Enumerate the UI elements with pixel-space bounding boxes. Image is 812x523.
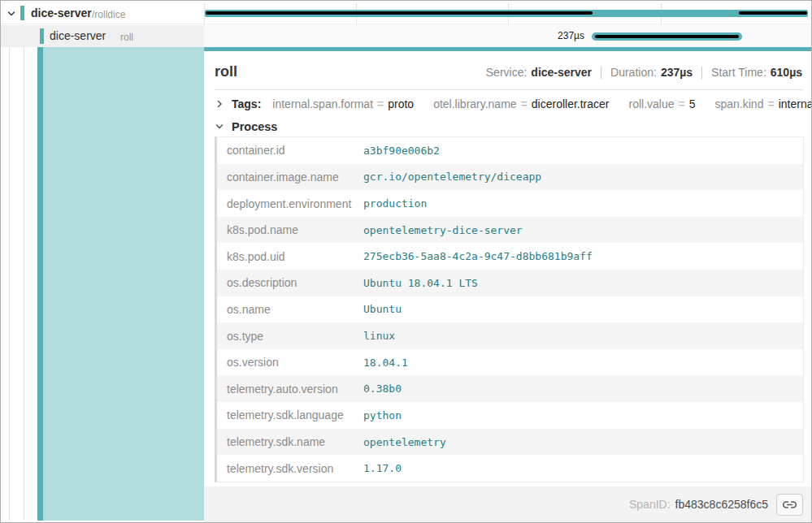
- process-table: container.ida3bf90e006b2 container.image…: [215, 136, 804, 482]
- detail-accent-bar: [37, 47, 43, 521]
- table-row: deployment.environmentproduction: [217, 190, 803, 217]
- process-key: container.image.name: [217, 171, 363, 184]
- tags-label: Tags:: [232, 97, 261, 110]
- table-row: os.typelinux: [217, 322, 803, 349]
- process-value: 0.38b0: [363, 383, 402, 395]
- tag-key: roll.value: [629, 97, 675, 110]
- operation-name: /rolldice: [92, 9, 125, 20]
- process-key: telemetry.sdk.name: [217, 435, 363, 448]
- process-value: 1.17.0: [363, 462, 402, 474]
- duration-label: Duration:: [610, 66, 657, 79]
- service-name: dice-server: [31, 6, 92, 19]
- process-value: production: [363, 197, 427, 210]
- meta-divider: [601, 67, 601, 79]
- span-color-bar: [20, 6, 24, 20]
- meta-divider: [701, 67, 702, 79]
- table-row: telemetry.sdk.nameopentelemetry: [217, 429, 803, 456]
- copy-link-button[interactable]: [776, 494, 803, 516]
- table-row: telemetry.sdk.version1.17.0: [217, 455, 803, 482]
- process-value: gcr.io/opentelemetry/diceapp: [363, 171, 541, 183]
- tag-key: otel.library.name: [433, 97, 516, 110]
- chevron-right-icon[interactable]: [215, 99, 224, 109]
- span-duration-label: 237µs: [204, 30, 584, 41]
- table-row: container.image.namegcr.io/opentelemetry…: [217, 164, 803, 191]
- table-row: telemetry.sdk.languagepython: [217, 402, 803, 429]
- process-value: linux: [363, 330, 395, 342]
- span-bar-rolldice[interactable]: [205, 10, 808, 17]
- span-detail-card: roll Service: dice-server Duration: 237µ…: [204, 47, 811, 522]
- span-title: roll: [215, 63, 237, 80]
- tag-equals: =: [767, 97, 774, 110]
- start-time-label: Start Time:: [711, 66, 766, 79]
- service-name: dice-server: [50, 29, 106, 42]
- self-time-segment: [206, 11, 593, 15]
- operation-name: roll: [120, 32, 133, 43]
- tag-value: internal: [779, 97, 812, 110]
- chevron-down-icon[interactable]: [7, 9, 16, 19]
- tag-equals: =: [521, 97, 528, 110]
- process-key: os.description: [217, 276, 363, 289]
- span-row-roll[interactable]: dice-server roll 237µs: [1, 25, 811, 47]
- trace-detail-window: dice-server /rolldice dice-server roll 2…: [0, 0, 812, 523]
- process-value: a3bf90e006b2: [363, 145, 440, 157]
- span-detail-area: roll Service: dice-server Duration: 237µ…: [1, 47, 811, 522]
- table-row: os.descriptionUbuntu 18.04.1 LTS: [217, 270, 803, 296]
- self-time-segment: [739, 11, 807, 15]
- self-time-segment: [595, 35, 739, 38]
- tag-key: span.kind: [715, 97, 764, 110]
- process-value: python: [363, 409, 402, 421]
- link-icon: [783, 498, 797, 512]
- process-key: telemetry.sdk.version: [217, 462, 363, 475]
- process-value: opentelemetry: [363, 436, 446, 448]
- span-row-rolldice[interactable]: dice-server /rolldice: [1, 3, 811, 24]
- tags-accordion[interactable]: Tags: internal.span.format = proto otel.…: [204, 90, 811, 118]
- detail-accent-fill: [43, 47, 204, 521]
- process-key: os.version: [217, 356, 363, 369]
- process-value: Ubuntu 18.04.1 LTS: [363, 277, 478, 289]
- process-value: 18.04.1: [363, 357, 408, 369]
- process-value: 275ecb36-5aa8-4c2a-9c47-d8bb681b9aff: [363, 250, 593, 262]
- tag-equals: =: [679, 97, 685, 110]
- tag-value: diceroller.tracer: [532, 97, 610, 110]
- indent-guide: [24, 47, 24, 521]
- span-name-column[interactable]: dice-server /rolldice: [1, 3, 204, 24]
- tag-value: 5: [689, 97, 696, 110]
- span-meta: Service: dice-server Duration: 237µs Sta…: [486, 66, 802, 79]
- table-row: k8s.pod.nameopentelemetry-dice-server: [217, 217, 803, 244]
- span-color-bar: [40, 28, 44, 44]
- table-row: container.ida3bf90e006b2: [217, 137, 803, 164]
- process-key: telemetry.auto.version: [217, 383, 363, 395]
- chevron-down-icon[interactable]: [215, 122, 224, 132]
- table-row: os.version18.04.1: [217, 349, 803, 376]
- timeline-rows: dice-server /rolldice dice-server roll 2…: [1, 1, 811, 47]
- process-value: Ubuntu: [363, 303, 402, 315]
- process-key: container.id: [217, 144, 363, 157]
- process-key: os.name: [217, 303, 363, 316]
- start-time-value: 610µs: [771, 66, 802, 79]
- service-value: dice-server: [531, 66, 592, 79]
- process-value: opentelemetry-dice-server: [363, 224, 523, 236]
- process-key: k8s.pod.uid: [217, 250, 363, 263]
- detail-header: roll Service: dice-server Duration: 237µ…: [204, 51, 811, 89]
- table-row: telemetry.auto.version0.38b0: [217, 375, 803, 402]
- service-label: Service:: [486, 66, 528, 79]
- process-label: Process: [232, 120, 277, 133]
- process-key: deployment.environment: [217, 197, 363, 210]
- process-key: os.type: [217, 330, 363, 343]
- process-key: k8s.pod.name: [217, 223, 363, 236]
- span-name-column[interactable]: dice-server roll: [1, 25, 204, 47]
- spanid-value: fb483c8c6258f6c5: [675, 498, 768, 511]
- detail-footer: SpanID: fb483c8c6258f6c5: [204, 486, 811, 522]
- spanid-label: SpanID:: [629, 498, 671, 511]
- tag-equals: =: [377, 97, 384, 110]
- duration-value: 237µs: [661, 66, 693, 79]
- span-bar-roll[interactable]: [592, 32, 742, 41]
- table-row: k8s.pod.uid275ecb36-5aa8-4c2a-9c47-d8bb6…: [217, 243, 803, 270]
- process-key: telemetry.sdk.language: [217, 408, 363, 421]
- table-row: os.nameUbuntu: [217, 296, 803, 323]
- indent-guide: [9, 47, 10, 521]
- tag-key: internal.span.format: [272, 97, 373, 110]
- process-accordion[interactable]: Process: [204, 118, 811, 136]
- tag-value: proto: [388, 97, 414, 110]
